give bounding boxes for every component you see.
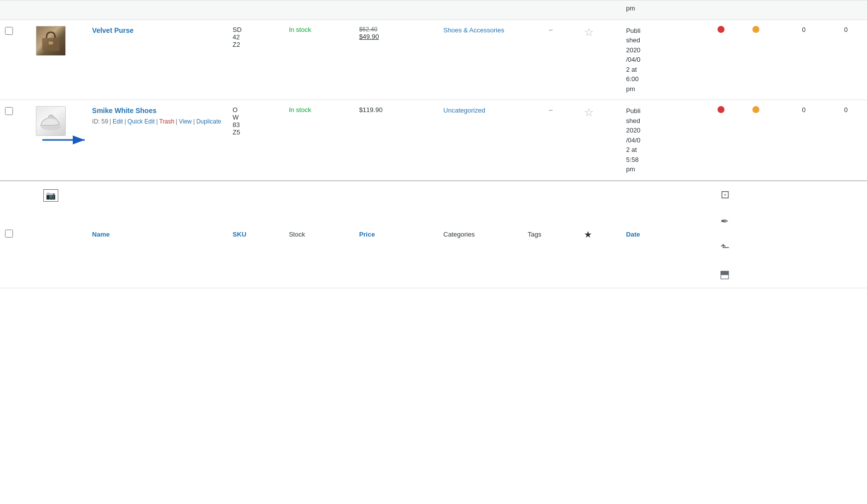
stock-cell-shoes: In stock [284, 100, 354, 181]
date-value-velvet: Published2020/04/02 at6:00pm [626, 27, 640, 93]
edit-link-shoes[interactable]: Edit [113, 118, 123, 125]
tags-value-velvet: – [549, 26, 553, 33]
row-checkbox-shoes[interactable] [0, 100, 31, 181]
product-image-velvet [31, 19, 87, 100]
num2-cell-shoes: 0 [825, 100, 867, 181]
name-column-header[interactable]: Name [92, 231, 110, 238]
stock-status-velvet: In stock [289, 26, 311, 33]
price-cell-velvet: $62.40 $49.90 [354, 19, 438, 100]
footer-icon4-header[interactable]: ⬒ [713, 261, 737, 288]
view-link-shoes[interactable]: View [179, 118, 192, 125]
duplicate-link-shoes[interactable]: Duplicate [196, 118, 221, 125]
product-name-cell-velvet: Velvet Purse [87, 19, 228, 100]
star-icon-shoes[interactable]: ☆ [584, 106, 594, 119]
svg-rect-1 [49, 41, 53, 44]
footer-name-header[interactable]: Name [87, 181, 228, 288]
table-row: Smike White Shoes ID: 59 | Edit | Quick … [0, 100, 867, 181]
dot2-cell-shoes [747, 100, 783, 181]
shoes-thumbnail [36, 106, 66, 136]
sku-column-header[interactable]: SKU [233, 231, 246, 238]
footer-sku-header[interactable]: SKU [228, 181, 284, 288]
status-dot-red-shoes [718, 106, 724, 113]
image-column-icon: 📷 [43, 189, 58, 202]
dot1-cell-velvet [713, 19, 748, 100]
categories-column-header: Categories [443, 231, 475, 238]
star-cell-shoes[interactable]: ☆ [579, 100, 621, 181]
footer-icon2-header[interactable]: ✒ [713, 208, 737, 234]
category-link-shoes[interactable]: Uncategorized [443, 107, 485, 114]
footer-categories-header: Categories [438, 181, 523, 288]
sep1-shoes: | [125, 118, 126, 125]
star-column-header[interactable]: ★ [584, 230, 592, 240]
sku-value-velvet: SD 42 Z2 [233, 26, 242, 48]
num2-value-shoes: 0 [844, 106, 848, 114]
tags-cell-shoes: – [523, 100, 579, 181]
column-icon4[interactable]: ⬒ [720, 268, 730, 281]
column-icon1[interactable]: ⊡ [721, 188, 729, 201]
date-cell-velvet: Published2020/04/02 at6:00pm [621, 19, 712, 100]
partial-date-pm: pm [626, 4, 635, 12]
stock-status-shoes: In stock [289, 106, 311, 114]
sku-cell-velvet: SD 42 Z2 [228, 19, 284, 100]
num2-cell-velvet: 0 [825, 19, 867, 100]
date-column-header[interactable]: Date [626, 231, 640, 238]
price-cell-shoes: $119.90 [354, 100, 438, 181]
footer-date-header[interactable]: Date [621, 181, 712, 288]
categories-cell-velvet: Shoes & Accessories [438, 19, 523, 100]
footer-check-cell[interactable] [0, 181, 31, 288]
purse-svg-icon [36, 26, 65, 55]
category-link-velvet[interactable]: Shoes & Accessories [443, 26, 504, 34]
num1-cell-shoes: 0 [783, 100, 825, 181]
sep3-shoes: | [176, 118, 177, 125]
product-name-link-velvet[interactable]: Velvet Purse [92, 26, 223, 36]
checkbox-smike-shoes[interactable] [5, 107, 13, 115]
price-sale-velvet: $49.90 [359, 33, 434, 40]
sep2-shoes: | [156, 118, 157, 125]
footer-icon3-header[interactable]: ⬑ [713, 234, 737, 261]
row-checkbox-velvet[interactable] [0, 19, 31, 100]
status-dot-orange-shoes [752, 106, 759, 113]
price-regular-shoes: $119.90 [359, 106, 434, 114]
trash-link-shoes[interactable]: Trash [159, 118, 174, 125]
star-cell-velvet[interactable]: ☆ [579, 19, 621, 100]
column-icon2[interactable]: ✒ [721, 215, 729, 227]
tags-value-shoes: – [549, 106, 553, 114]
checkbox-velvet-purse[interactable] [5, 27, 13, 35]
dot2-cell-velvet [747, 19, 783, 100]
product-id-shoes: ID: 59 [92, 118, 108, 125]
footer-tags-header: Tags [523, 181, 579, 288]
star-icon-velvet[interactable]: ☆ [584, 26, 594, 38]
stock-cell-velvet: In stock [284, 19, 354, 100]
tags-cell-velvet: – [523, 19, 579, 100]
table-row: Velvet Purse SD 42 Z2 In stock $62.40 $4… [0, 19, 867, 100]
price-original-velvet: $62.40 [359, 26, 434, 33]
footer-star-header[interactable]: ★ [579, 181, 621, 288]
footer-price-header[interactable]: Price [354, 181, 438, 288]
product-image-shoes [31, 100, 87, 181]
price-column-header[interactable]: Price [359, 231, 375, 238]
dot1-cell-shoes [713, 100, 748, 181]
stock-column-header: Stock [289, 231, 305, 238]
num2-value-velvet: 0 [844, 26, 848, 33]
num1-value-velvet: 0 [802, 26, 805, 33]
date-value-shoes: Published2020/04/02 at5:58pm [626, 107, 640, 173]
num1-value-shoes: 0 [802, 106, 805, 114]
sep4-shoes: | [193, 118, 195, 125]
product-name-link-shoes[interactable]: Smike White Shoes [92, 106, 223, 116]
num1-cell-velvet: 0 [783, 19, 825, 100]
footer-select-all-checkbox[interactable] [5, 230, 13, 238]
sku-value-shoes: O W 83 Z5 [233, 106, 240, 136]
sep0-shoes: | [110, 118, 111, 125]
shoes-svg-icon [36, 107, 65, 135]
table-footer-row: 📷 Name SKU Stock Price Categories [0, 181, 867, 288]
quick-edit-link-shoes[interactable]: Quick Edit [128, 118, 155, 125]
status-dot-orange-velvet [752, 26, 759, 33]
column-icon3[interactable]: ⬑ [721, 241, 729, 254]
sku-cell-shoes: O W 83 Z5 [228, 100, 284, 181]
categories-cell-shoes: Uncategorized [438, 100, 523, 181]
footer-icon1-header[interactable]: ⊡ [713, 181, 737, 208]
row-actions-shoes: ID: 59 | Edit | Quick Edit | Trash | Vie… [92, 118, 223, 125]
top-partial-row: pm [0, 0, 867, 20]
date-cell-shoes: Published2020/04/02 at5:58pm [621, 100, 712, 181]
footer-image-cell: 📷 [31, 182, 71, 209]
